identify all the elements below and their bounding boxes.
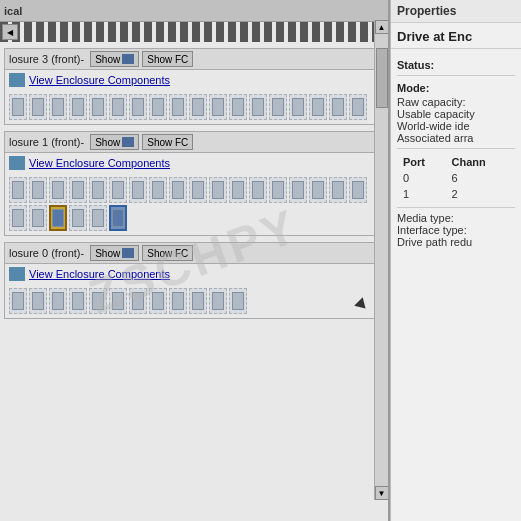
drive-slot[interactable]: [189, 177, 207, 203]
enclosure-0-show-fc-btn[interactable]: Show FC: [142, 245, 193, 261]
drive-slot[interactable]: [169, 288, 187, 314]
drive-slot[interactable]: [269, 94, 287, 120]
drive-slot[interactable]: [29, 205, 47, 231]
drive-slot[interactable]: [69, 94, 87, 120]
drive-slot[interactable]: [209, 177, 227, 203]
drive-slot[interactable]: [349, 94, 367, 120]
enclosure-3-header: losure 3 (front)- Show Show FC: [5, 49, 383, 70]
port-value: 1: [399, 187, 446, 201]
show-icon: [122, 54, 134, 64]
drive-slot[interactable]: [229, 177, 247, 203]
drive-slot[interactable]: [149, 288, 167, 314]
drive-slot[interactable]: [349, 177, 367, 203]
drive-slot[interactable]: [89, 288, 107, 314]
enclosure-3-view-link[interactable]: View Enclosure Components: [5, 70, 383, 90]
enclosure-0-header: losure 0 (front)- Show Show FC: [5, 243, 383, 264]
scroll-up-btn[interactable]: ▲: [375, 20, 389, 34]
show-icon: [122, 248, 134, 258]
enclosure-1-show-fc-btn[interactable]: Show FC: [142, 134, 193, 150]
view-link-icon: [9, 267, 25, 281]
status-label: Status:: [397, 59, 515, 71]
enclosure-0-view-link[interactable]: View Enclosure Components: [5, 264, 383, 284]
drive-slot[interactable]: [209, 94, 227, 120]
media-type-label: Media type:: [397, 212, 515, 224]
drive-slot[interactable]: [209, 288, 227, 314]
drive-slot[interactable]: [129, 177, 147, 203]
drive-slot-active[interactable]: [109, 205, 127, 231]
drive-slot[interactable]: [29, 94, 47, 120]
channel-col-header: Chann: [448, 155, 514, 169]
scroll-down-btn[interactable]: ▼: [375, 486, 389, 500]
drive-slot[interactable]: [29, 288, 47, 314]
drive-slot[interactable]: [89, 94, 107, 120]
drive-path-redu-label: Drive path redu: [397, 236, 515, 248]
drive-slot[interactable]: [169, 177, 187, 203]
drive-slot[interactable]: [9, 288, 27, 314]
enclosure-0-drive-grid: [5, 284, 383, 318]
drive-slot[interactable]: [329, 177, 347, 203]
drive-slot[interactable]: [149, 94, 167, 120]
enclosure-3-title: losure 3 (front)-: [9, 53, 84, 65]
drive-slot[interactable]: [129, 288, 147, 314]
drive-slot[interactable]: [69, 205, 87, 231]
drive-slot[interactable]: [109, 94, 127, 120]
drive-slot[interactable]: [89, 177, 107, 203]
enclosure-3-show-fc-btn[interactable]: Show FC: [142, 51, 193, 67]
drive-slot[interactable]: [229, 288, 247, 314]
drive-slot[interactable]: [109, 288, 127, 314]
world-wide-id-label: World-wide ide: [397, 120, 515, 132]
drive-at-enc-title: Drive at Enc: [391, 23, 521, 49]
drive-slot[interactable]: [129, 94, 147, 120]
drive-slot[interactable]: [9, 177, 27, 203]
drive-slot[interactable]: [189, 94, 207, 120]
drive-slot[interactable]: [229, 94, 247, 120]
enclosure-3-drive-grid: [5, 90, 383, 124]
drive-slot[interactable]: [9, 205, 27, 231]
interface-type-label: Interface type:: [397, 224, 515, 236]
drive-slot[interactable]: [329, 94, 347, 120]
enclosure-3-show-btn[interactable]: Show: [90, 51, 139, 67]
drive-slot[interactable]: [249, 94, 267, 120]
assoc-array-label: Associated arra: [397, 132, 515, 144]
divider: [397, 148, 515, 149]
drive-slot[interactable]: [289, 177, 307, 203]
drive-slot[interactable]: [169, 94, 187, 120]
drive-slot[interactable]: [9, 94, 27, 120]
drive-slot[interactable]: [269, 177, 287, 203]
enclosure-0: losure 0 (front)- Show Show FC View Encl…: [4, 242, 384, 319]
drive-slot[interactable]: [109, 177, 127, 203]
scroll-left-btn[interactable]: ◀: [2, 24, 18, 40]
drive-slot[interactable]: [49, 94, 67, 120]
enclosure-1-header: losure 1 (front)- Show Show FC: [5, 132, 383, 153]
enclosure-1-view-link[interactable]: View Enclosure Components: [5, 153, 383, 173]
drive-slot[interactable]: [49, 177, 67, 203]
mode-label: Mode:: [397, 82, 515, 94]
drive-slot[interactable]: [69, 177, 87, 203]
port-table-row: 12: [399, 187, 513, 201]
drive-slot[interactable]: [289, 94, 307, 120]
divider: [397, 207, 515, 208]
left-panel: ical ◀ ZSCHPY losure 3 (front)- Show Sho…: [0, 0, 390, 521]
drive-slot[interactable]: [149, 177, 167, 203]
enclosure-0-show-btn[interactable]: Show: [90, 245, 139, 261]
top-bar: ical: [0, 0, 388, 22]
drive-slot[interactable]: [249, 177, 267, 203]
drive-slot[interactable]: [69, 288, 87, 314]
drive-slot[interactable]: [89, 205, 107, 231]
drive-slot[interactable]: [309, 177, 327, 203]
drive-slot[interactable]: [29, 177, 47, 203]
view-link-icon: [9, 73, 25, 87]
drive-slot[interactable]: [49, 288, 67, 314]
drive-slot-selected[interactable]: [49, 205, 67, 231]
vertical-scrollbar[interactable]: ▲ ▼: [374, 20, 388, 500]
enclosure-3: losure 3 (front)- Show Show FC View Encl…: [4, 48, 384, 125]
scrollbar-thumb[interactable]: [376, 48, 388, 108]
enclosure-1-show-btn[interactable]: Show: [90, 134, 139, 150]
drive-slot[interactable]: [189, 288, 207, 314]
port-table: Port Chann 0612: [397, 153, 515, 203]
enclosure-1: losure 1 (front)- Show Show FC View Encl…: [4, 131, 384, 236]
port-table-row: 06: [399, 171, 513, 185]
drive-slot[interactable]: [309, 94, 327, 120]
raw-capacity-label: Raw capacity:: [397, 96, 515, 108]
dot-row: ◀: [0, 22, 388, 42]
